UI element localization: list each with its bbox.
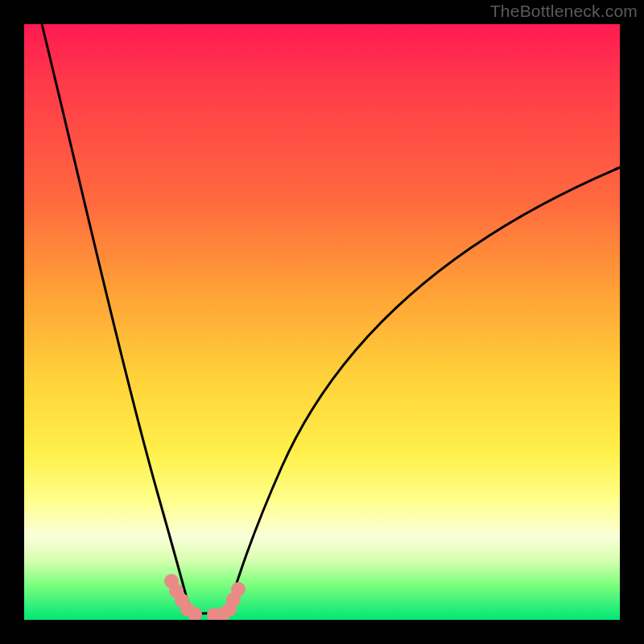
plot-area — [24, 24, 620, 620]
bottleneck-curve — [24, 24, 620, 620]
curve-path — [42, 24, 620, 613]
marker-dot — [231, 582, 246, 597]
watermark-text: TheBottleneck.com — [490, 2, 638, 21]
chart-frame: TheBottleneck.com — [0, 0, 644, 644]
